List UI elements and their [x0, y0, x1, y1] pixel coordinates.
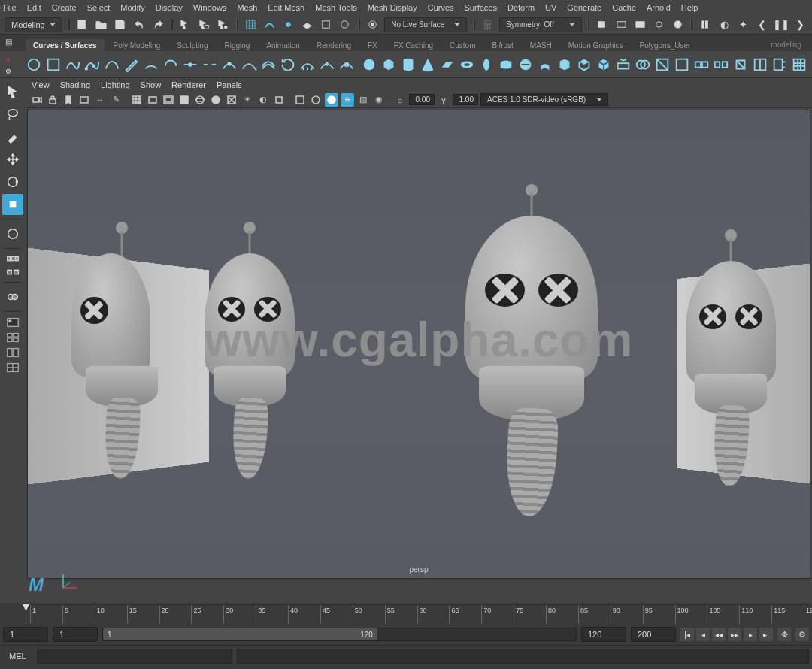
keyframe-icon[interactable]: ✦ — [736, 17, 750, 32]
intersect-icon[interactable] — [635, 54, 651, 75]
arc-2pt-icon[interactable] — [162, 54, 179, 75]
layout-two-v-icon[interactable] — [2, 346, 23, 359]
shelf-tab-bifrost[interactable]: Bifrost — [484, 39, 520, 51]
menu-curves[interactable]: Curves — [428, 3, 454, 12]
menu-editmesh[interactable]: Edit Mesh — [268, 3, 304, 12]
render-icon[interactable] — [614, 17, 629, 32]
menu-meshdisplay[interactable]: Mesh Display — [368, 3, 417, 12]
grease-pencil-icon[interactable]: ✎ — [109, 93, 123, 107]
nurbs-sphere-icon[interactable] — [361, 54, 377, 75]
colorspace-dropdown[interactable]: ACES 1.0 SDR-video (sRGB) — [480, 93, 608, 106]
reverse-curve-icon[interactable] — [280, 54, 296, 75]
playback-next-icon[interactable]: ❯ — [793, 17, 807, 32]
symmetry-toggle-icon[interactable]: ░ — [480, 17, 495, 32]
use-lights-icon[interactable]: ☀ — [241, 93, 254, 107]
extend-curve-icon[interactable] — [241, 54, 257, 75]
pencil-curve-icon[interactable] — [123, 54, 140, 75]
nurbs-cylinder-icon[interactable] — [400, 54, 417, 75]
ghosting-icon[interactable]: ◐ — [717, 17, 732, 32]
snap-plane-icon[interactable] — [300, 17, 314, 32]
use-textures-icon[interactable] — [225, 93, 238, 107]
grid-icon[interactable] — [130, 93, 144, 107]
layout-custom-icon[interactable] — [2, 361, 23, 374]
film-gate-icon[interactable] — [146, 93, 159, 107]
scale-tool[interactable] — [2, 194, 23, 215]
menu-help[interactable]: Help — [681, 3, 698, 12]
shelf-tab-rendering[interactable]: Rendering — [309, 39, 359, 51]
trim-icon[interactable] — [654, 54, 671, 75]
birail-icon[interactable] — [556, 54, 573, 75]
bezier-curve-icon[interactable] — [104, 54, 120, 75]
shelf-menu-icon[interactable]: ▤ — [3, 36, 14, 47]
move-tool[interactable] — [2, 149, 23, 170]
revolve-icon[interactable] — [478, 54, 495, 75]
boundary-icon[interactable] — [576, 54, 592, 75]
hypershade-icon[interactable] — [671, 17, 685, 32]
loft-icon[interactable] — [498, 54, 514, 75]
menu-display[interactable]: Display — [156, 3, 183, 12]
open-close-surface-icon[interactable] — [732, 54, 749, 75]
menu-cache[interactable]: Cache — [612, 3, 636, 12]
command-input[interactable] — [37, 649, 232, 664]
new-scene-icon[interactable] — [75, 17, 89, 32]
symmetry-dropdown[interactable]: Symmetry: Off — [499, 17, 582, 32]
anim-start-field[interactable]: 1 — [3, 627, 48, 642]
shelf-gear-icon[interactable]: ⚙ — [3, 66, 14, 77]
live-surface-dropdown[interactable]: No Live Surface — [384, 17, 467, 32]
playback-toggle-icon[interactable] — [698, 17, 713, 32]
attach-curve-icon[interactable] — [182, 54, 198, 75]
snap-together-icon[interactable] — [2, 286, 23, 307]
menu-select[interactable]: Select — [87, 3, 111, 12]
snap-point-icon[interactable] — [281, 17, 295, 32]
xray-joints-icon[interactable] — [309, 93, 323, 107]
rotate-tool[interactable] — [2, 171, 23, 192]
add-points-icon[interactable] — [319, 54, 335, 75]
menu-edit[interactable]: Edit — [27, 3, 41, 12]
nurbs-cube-icon[interactable] — [380, 54, 397, 75]
persp-viewport[interactable]: www.cgalpha.com persp — [27, 110, 810, 579]
rebuild-curve-icon[interactable] — [299, 54, 316, 75]
curve-edit-icon[interactable] — [338, 54, 355, 75]
shelf-tab-mash[interactable]: MASH — [523, 39, 559, 51]
go-to-end-icon[interactable]: ▸| — [759, 628, 773, 641]
project-curve-icon[interactable] — [615, 54, 632, 75]
playback-prev-icon[interactable]: ❮ — [755, 17, 769, 32]
paint-select-tool[interactable] — [2, 126, 23, 147]
multisample-icon[interactable]: ▨ — [356, 93, 370, 107]
lasso-tool[interactable] — [2, 104, 23, 125]
detach-surface-icon[interactable] — [713, 54, 729, 75]
layout-four-icon[interactable] — [2, 331, 23, 344]
shelf-tab-sculpting[interactable]: Sculpting — [169, 39, 215, 51]
shelf-tab-motion-graphics[interactable]: Motion Graphics — [561, 39, 631, 51]
nurbs-circle-icon[interactable] — [26, 54, 42, 75]
save-scene-icon[interactable] — [113, 17, 127, 32]
select-by-component-icon[interactable] — [216, 17, 230, 32]
select-camera-icon[interactable] — [30, 93, 44, 107]
step-back-icon[interactable]: ◂ — [696, 628, 710, 641]
offset-curve-icon[interactable] — [260, 54, 277, 75]
play-back-icon[interactable]: ◂◂ — [712, 628, 726, 641]
shadows-icon[interactable]: ◐ — [256, 93, 270, 107]
panel-menu-view[interactable]: View — [32, 80, 50, 89]
2d-pan-icon[interactable]: ↔ — [93, 93, 107, 107]
bookmark-icon[interactable] — [62, 93, 75, 107]
bevel-icon[interactable] — [595, 54, 612, 75]
nurbs-torus-icon[interactable] — [459, 54, 475, 75]
panel-menu-panels[interactable]: Panels — [217, 80, 242, 89]
playback-pause-icon[interactable]: ❚❚ — [774, 17, 789, 32]
shelf-tab-animation[interactable]: Animation — [259, 39, 307, 51]
gamma-field[interactable]: 0.00 — [409, 94, 435, 105]
attach-surface-icon[interactable] — [693, 54, 710, 75]
snap-curve-icon[interactable] — [262, 17, 277, 32]
insert-isoparm-icon[interactable] — [752, 54, 768, 75]
construction-history-icon[interactable] — [595, 17, 610, 32]
select-tool[interactable] — [2, 81, 23, 102]
time-cursor[interactable] — [26, 605, 26, 624]
shelf-collapse-icon[interactable]: ● — [3, 54, 14, 65]
wireframe-icon[interactable] — [193, 93, 207, 107]
shelf-tab-custom[interactable]: Custom — [442, 39, 483, 51]
shelf-tab-fx[interactable]: FX — [360, 39, 385, 51]
rebuild-surface-icon[interactable] — [791, 54, 807, 75]
arc-3pt-icon[interactable] — [143, 54, 159, 75]
resolution-gate-icon[interactable] — [162, 93, 175, 107]
